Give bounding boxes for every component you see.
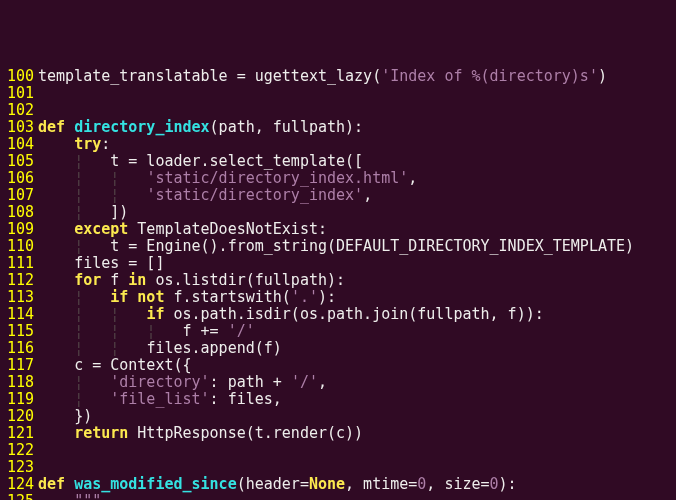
code-content[interactable]: template_translatable = ugettext_lazy('I…: [34, 68, 676, 85]
code-line[interactable]: 108 ¦ ]): [0, 204, 676, 221]
line-number: 105: [0, 153, 34, 170]
code-line[interactable]: 110 ¦ t = Engine().from_string(DEFAULT_D…: [0, 238, 676, 255]
line-number: 101: [0, 85, 34, 102]
code-content[interactable]: [34, 442, 676, 459]
code-content[interactable]: ¦ ]): [34, 204, 676, 221]
code-line[interactable]: 101: [0, 85, 676, 102]
code-content[interactable]: def directory_index(path, fullpath):: [34, 119, 676, 136]
code-editor[interactable]: 100template_translatable = ugettext_lazy…: [0, 68, 676, 500]
code-content[interactable]: ¦ ¦ 'static/directory_index.html',: [34, 170, 676, 187]
code-line[interactable]: 119 ¦ 'file_list': files,: [0, 391, 676, 408]
code-line[interactable]: 121 return HttpResponse(t.render(c)): [0, 425, 676, 442]
code-content[interactable]: ¦ t = loader.select_template([: [34, 153, 676, 170]
line-number: 124: [0, 476, 34, 493]
line-number: 114: [0, 306, 34, 323]
line-number: 108: [0, 204, 34, 221]
code-content[interactable]: try:: [34, 136, 676, 153]
line-number: 109: [0, 221, 34, 238]
line-number: 110: [0, 238, 34, 255]
code-line[interactable]: 115 ¦ ¦ ¦ f += '/': [0, 323, 676, 340]
code-line[interactable]: 112 for f in os.listdir(fullpath):: [0, 272, 676, 289]
line-number: 100: [0, 68, 34, 85]
code-content[interactable]: ¦ ¦ ¦ f += '/': [34, 323, 676, 340]
code-line[interactable]: 103def directory_index(path, fullpath):: [0, 119, 676, 136]
line-number: 118: [0, 374, 34, 391]
code-line[interactable]: 111 files = []: [0, 255, 676, 272]
code-content[interactable]: ¦ ¦ files.append(f): [34, 340, 676, 357]
code-line[interactable]: 123: [0, 459, 676, 476]
code-line[interactable]: 104 try:: [0, 136, 676, 153]
code-content[interactable]: except TemplateDoesNotExist:: [34, 221, 676, 238]
line-number: 120: [0, 408, 34, 425]
code-content[interactable]: ¦ ¦ 'static/directory_index',: [34, 187, 676, 204]
code-line[interactable]: 102: [0, 102, 676, 119]
line-number: 102: [0, 102, 34, 119]
code-line[interactable]: 109 except TemplateDoesNotExist:: [0, 221, 676, 238]
code-content[interactable]: ¦ t = Engine().from_string(DEFAULT_DIREC…: [34, 238, 676, 255]
code-line[interactable]: 114 ¦ ¦ if os.path.isdir(os.path.join(fu…: [0, 306, 676, 323]
code-line[interactable]: 106 ¦ ¦ 'static/directory_index.html',: [0, 170, 676, 187]
code-line[interactable]: 100template_translatable = ugettext_lazy…: [0, 68, 676, 85]
code-content[interactable]: ¦ 'file_list': files,: [34, 391, 676, 408]
line-number: 119: [0, 391, 34, 408]
code-content[interactable]: """: [34, 493, 676, 500]
code-line[interactable]: 118 ¦ 'directory': path + '/',: [0, 374, 676, 391]
line-number: 117: [0, 357, 34, 374]
line-number: 121: [0, 425, 34, 442]
line-number: 123: [0, 459, 34, 476]
line-number: 122: [0, 442, 34, 459]
code-content[interactable]: [34, 459, 676, 476]
line-number: 115: [0, 323, 34, 340]
line-number: 104: [0, 136, 34, 153]
line-number: 113: [0, 289, 34, 306]
line-number: 125: [0, 493, 34, 500]
code-line[interactable]: 120 }): [0, 408, 676, 425]
code-content[interactable]: return HttpResponse(t.render(c)): [34, 425, 676, 442]
code-line[interactable]: 107 ¦ ¦ 'static/directory_index',: [0, 187, 676, 204]
code-line[interactable]: 105 ¦ t = loader.select_template([: [0, 153, 676, 170]
code-line[interactable]: 116 ¦ ¦ files.append(f): [0, 340, 676, 357]
code-line[interactable]: 117 c = Context({: [0, 357, 676, 374]
code-content[interactable]: ¦ 'directory': path + '/',: [34, 374, 676, 391]
code-content[interactable]: files = []: [34, 255, 676, 272]
code-content[interactable]: [34, 85, 676, 102]
line-number: 103: [0, 119, 34, 136]
code-content[interactable]: }): [34, 408, 676, 425]
code-content[interactable]: [34, 102, 676, 119]
code-line[interactable]: 122: [0, 442, 676, 459]
line-number: 116: [0, 340, 34, 357]
code-line[interactable]: 124def was_modified_since(header=None, m…: [0, 476, 676, 493]
line-number: 111: [0, 255, 34, 272]
code-content[interactable]: for f in os.listdir(fullpath):: [34, 272, 676, 289]
code-content[interactable]: ¦ if not f.startswith('.'):: [34, 289, 676, 306]
line-number: 112: [0, 272, 34, 289]
line-number: 107: [0, 187, 34, 204]
line-number: 106: [0, 170, 34, 187]
code-content[interactable]: c = Context({: [34, 357, 676, 374]
code-line[interactable]: 125 """: [0, 493, 676, 500]
code-content[interactable]: def was_modified_since(header=None, mtim…: [34, 476, 676, 493]
code-content[interactable]: ¦ ¦ if os.path.isdir(os.path.join(fullpa…: [34, 306, 676, 323]
code-line[interactable]: 113 ¦ if not f.startswith('.'):: [0, 289, 676, 306]
